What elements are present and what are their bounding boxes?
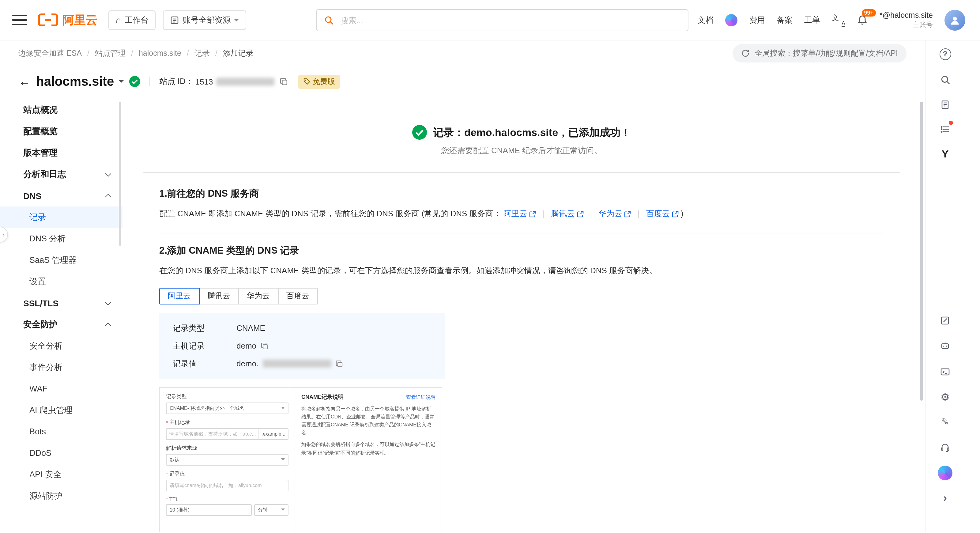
success-subtitle: 您还需要配置 CNAME 纪录后才能正常访问。 — [143, 145, 900, 156]
edit-pencil-icon[interactable]: ✎ — [934, 410, 957, 434]
note-icon[interactable] — [934, 309, 957, 332]
sidebar-item-security[interactable]: 安全防护 — [0, 313, 123, 335]
success-title: 记录：demo.halocms.site，已添加成功！ — [433, 125, 631, 139]
avatar[interactable] — [945, 10, 965, 30]
account-info[interactable]: *@halocms.site 主账号 — [880, 10, 933, 29]
sidebar-item-bots[interactable]: Bots — [0, 421, 123, 442]
collapse-rail-icon[interactable]: › — [934, 487, 957, 510]
sidebar-item-analytics-logs[interactable]: 分析和日志 — [0, 164, 123, 185]
logo-bracket-left-icon — [38, 13, 45, 26]
nav-billing[interactable]: 费用 — [749, 14, 765, 25]
aliyun-console-page: 阿里云 ⌂ 工作台 账号全部资源 文档 费用 备案 工单 文 A — [0, 0, 980, 533]
breadcrumb-separator: / — [215, 49, 218, 57]
tab-baidu[interactable]: 百度云 — [278, 288, 318, 304]
rail-search-icon[interactable] — [934, 68, 957, 91]
sidebar-item-config-overview[interactable]: 配置概览 — [0, 121, 123, 142]
nav-icp[interactable]: 备案 — [776, 14, 792, 25]
tab-tencent[interactable]: 腾讯云 — [199, 288, 239, 304]
chevron-down-icon — [281, 458, 285, 461]
y-logo-icon[interactable]: Y — [934, 143, 957, 166]
help-icon[interactable]: ? — [934, 42, 957, 65]
example-value-label: 记录值 — [169, 470, 185, 477]
sidebar-item-dns[interactable]: DNS — [0, 185, 123, 207]
sidebar-item-event-analysis[interactable]: 事件分析 — [0, 356, 123, 378]
copy-value-icon[interactable] — [336, 360, 343, 367]
terminal-icon[interactable] — [934, 360, 957, 383]
sidebar-scrollbar[interactable] — [119, 102, 121, 246]
chevron-down-icon — [105, 299, 111, 305]
sidebar-item-ddos[interactable]: DDoS — [0, 442, 123, 464]
page-body: 边缘安全加速 ESA / 站点管理 / halocms.site / 记录 / … — [0, 40, 980, 532]
provider-link-aliyun[interactable]: 阿里云 — [503, 208, 536, 221]
sidebar-item-origin-protection[interactable]: 源站防护 — [0, 485, 123, 507]
sidebar-item-version-management[interactable]: 版本管理 — [0, 142, 123, 164]
document-icon[interactable] — [934, 93, 957, 116]
message-list-icon[interactable] — [934, 118, 957, 141]
sidebar-item-security-analysis[interactable]: 安全分析 — [0, 335, 123, 356]
y-glyph: Y — [942, 148, 949, 161]
sidebar-item-api-security[interactable]: API 安全 — [0, 464, 123, 485]
tongyi-star-icon[interactable] — [725, 14, 737, 26]
sidebar-item-label: 版本管理 — [23, 147, 57, 158]
search-input[interactable] — [339, 15, 681, 25]
provider-link-huawei[interactable]: 华为云 — [598, 208, 631, 221]
sidebar: 站点概况 配置概览 版本管理 分析和日志 DNS 记录 DNS 分析 SaaS … — [0, 97, 123, 532]
headset-support-icon[interactable] — [934, 436, 957, 459]
settings-gear-icon[interactable]: ⚙ — [934, 385, 957, 409]
breadcrumb-item-records[interactable]: 记录 — [194, 48, 210, 59]
sidebar-item-site-overview[interactable]: 站点概况 — [0, 99, 123, 121]
sidebar-item-waf[interactable]: WAF — [0, 378, 123, 399]
sidebar-item-ssl-tls[interactable]: SSL/TLS — [0, 292, 123, 313]
step1-description: 配置 CNAME 即添加 CNAME 类型的 DNS 记录，需前往您的 DNS … — [159, 208, 884, 221]
help-paragraph-1: 将域名解析指向另一个域名，由另一个域名提供 IP 地址解析结果。在使用CDN、企… — [301, 405, 436, 437]
provider-link-baidu[interactable]: 百度云 — [646, 208, 679, 221]
hamburger-menu-icon[interactable] — [12, 15, 27, 25]
sidebar-item-label: AI 爬虫管理 — [29, 405, 73, 416]
back-arrow-icon[interactable]: ← — [18, 75, 30, 88]
site-title[interactable]: halocms.site — [36, 74, 114, 89]
workbench-label: 工作台 — [125, 14, 148, 25]
nav-docs[interactable]: 文档 — [698, 14, 714, 25]
language-icon[interactable]: 文 A — [832, 14, 845, 26]
notifications-button[interactable]: 99+ — [857, 14, 868, 25]
success-check-icon — [412, 125, 427, 140]
workbench-button[interactable]: ⌂ 工作台 — [108, 10, 156, 30]
global-search-pill[interactable]: 全局搜索：搜菜单/功能/规则配置/文档/API — [733, 44, 907, 62]
sidebar-item-dns-analysis[interactable]: DNS 分析 — [0, 228, 123, 249]
tab-aliyun[interactable]: 阿里云 — [159, 288, 199, 304]
sidebar-item-label: DDoS — [29, 449, 51, 458]
copy-host-icon[interactable] — [261, 342, 268, 350]
breadcrumb-item-esa[interactable]: 边缘安全加速 ESA — [18, 48, 82, 59]
breadcrumb-item-site[interactable]: halocms.site — [139, 49, 181, 57]
sidebar-item-ai-crawler[interactable]: AI 爬虫管理 — [0, 399, 123, 421]
global-search-bar[interactable] — [316, 9, 689, 31]
breadcrumb: 边缘安全加速 ESA / 站点管理 / halocms.site / 记录 / … — [0, 40, 925, 66]
nav-tickets[interactable]: 工单 — [804, 14, 820, 25]
plan-badge: 免费版 — [298, 75, 340, 89]
robot-icon[interactable] — [934, 334, 957, 358]
resources-dropdown[interactable]: 账号全部资源 — [163, 10, 247, 30]
site-switcher-caret-icon[interactable] — [119, 80, 124, 83]
provider-link-label: 腾讯云 — [551, 208, 575, 221]
sidebar-item-label: SaaS 管理器 — [29, 255, 77, 266]
pencil-glyph: ✎ — [941, 417, 950, 427]
page-scrollbar[interactable] — [920, 102, 923, 401]
sidebar-item-label: 分析和日志 — [23, 169, 66, 180]
sidebar-item-dns-settings[interactable]: 设置 — [0, 271, 123, 292]
example-value-input: 请填写cname指向的域名，如：aliyun.com — [166, 479, 288, 491]
step1-description-text: 配置 CNAME 即添加 CNAME 类型的 DNS 记录，需前往您的 DNS … — [159, 209, 501, 218]
breadcrumb-item-site-management[interactable]: 站点管理 — [95, 48, 126, 59]
aliyun-logo[interactable]: 阿里云 — [38, 12, 97, 28]
copy-site-id-icon[interactable] — [280, 78, 288, 86]
step1-title: 1.前往您的 DNS 服务商 — [159, 188, 884, 200]
sidebar-item-saas-manager[interactable]: SaaS 管理器 — [0, 249, 123, 271]
sidebar-item-records[interactable]: 记录 — [0, 207, 123, 228]
chevron-up-icon — [105, 322, 111, 328]
cname-setup-card: 1.前往您的 DNS 服务商 配置 CNAME 即添加 CNAME 类型的 DN… — [143, 172, 900, 532]
tab-huawei[interactable]: 华为云 — [238, 288, 278, 304]
provider-link-tencent[interactable]: 腾讯云 — [551, 208, 584, 221]
tongyi-assistant-icon[interactable] — [934, 461, 957, 485]
required-mark: * — [166, 419, 168, 425]
record-value-label: 记录值 — [173, 358, 236, 369]
site-header: ← halocms.site 站点 ID： 1513 免费版 — [0, 66, 925, 97]
